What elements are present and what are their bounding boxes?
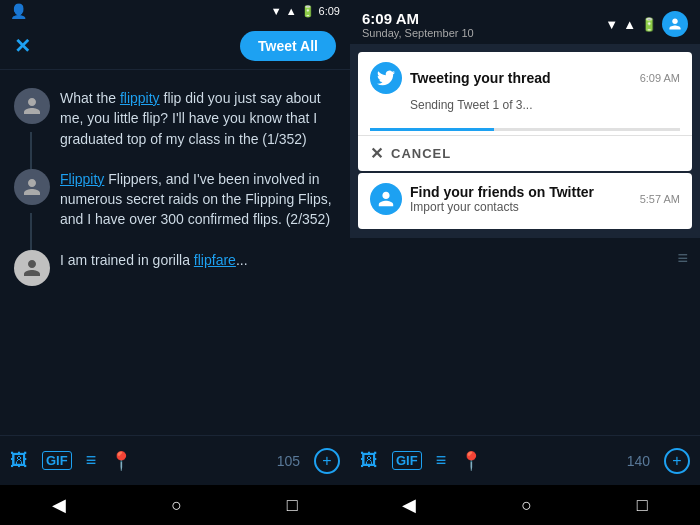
- wifi-icon-left: ▼: [271, 5, 282, 17]
- back-button-right[interactable]: ◀: [402, 494, 416, 516]
- cancel-x-icon: ✕: [370, 144, 383, 163]
- highlight-flipfare: flipfare: [194, 252, 236, 268]
- notifications-area: Tweeting your thread 6:09 AM Sending Twe…: [350, 44, 700, 238]
- tweets-list: What the flippity flip did you just say …: [0, 70, 350, 435]
- notif-tweet-header: Tweeting your thread 6:09 AM: [370, 62, 680, 94]
- tweet-text-2: Flippity Flippers, and I've been involve…: [60, 169, 336, 230]
- tweet-all-button[interactable]: Tweet All: [240, 31, 336, 61]
- square-button-left[interactable]: □: [287, 495, 298, 516]
- status-time-right: 6:09 AM: [362, 10, 474, 27]
- gif-icon-right[interactable]: GIF: [392, 451, 422, 470]
- top-bar-left: ✕ Tweet All: [0, 22, 350, 70]
- notif-friends-title: Find your friends on Twitter: [410, 184, 632, 200]
- status-bar-left: 👤 ▼ ▲ 🔋 6:09: [0, 0, 350, 22]
- progress-bar-container: [370, 128, 680, 131]
- signal-icon-right: ▲: [623, 17, 636, 32]
- tweet-item: What the flippity flip did you just say …: [0, 78, 350, 159]
- battery-icon-right: 🔋: [641, 17, 657, 32]
- cancel-row[interactable]: ✕ CANCEL: [358, 135, 692, 171]
- char-count-right: 140: [627, 453, 650, 469]
- back-button-left[interactable]: ◀: [52, 494, 66, 516]
- hamburger-icon[interactable]: ≡: [677, 248, 688, 269]
- notif-tweet-title-area: Tweeting your thread: [410, 70, 632, 86]
- square-button-right[interactable]: □: [637, 495, 648, 516]
- bottom-toolbar-right: 🖼 GIF ≡ 📍 140 +: [350, 435, 700, 485]
- notif-friends-time: 5:57 AM: [640, 193, 680, 205]
- highlight-flippity-1: flippity: [120, 90, 160, 106]
- notif-tweet-title: Tweeting your thread: [410, 70, 632, 86]
- status-right-icons: ▼ ▲ 🔋 6:09: [271, 5, 340, 18]
- notif-friends-header: Find your friends on Twitter Import your…: [370, 183, 680, 215]
- char-count-left: 105: [277, 453, 300, 469]
- avatar-2: [14, 169, 50, 205]
- friends-notification-card: Find your friends on Twitter Import your…: [358, 173, 692, 229]
- add-button-left[interactable]: +: [314, 448, 340, 474]
- right-bottom-area: ≡: [350, 238, 700, 436]
- battery-icon-left: 🔋: [301, 5, 315, 18]
- gif-icon-left[interactable]: GIF: [42, 451, 72, 470]
- friends-avatar-icon: [370, 183, 402, 215]
- notif-tweet-subtitle: Sending Tweet 1 of 3...: [370, 98, 680, 114]
- notif-friends-subtitle: Import your contacts: [410, 200, 632, 214]
- twitter-bird-icon: [370, 62, 402, 94]
- cancel-label: CANCEL: [391, 146, 451, 161]
- user-avatar-right: [662, 11, 688, 37]
- avatar-1: [14, 88, 50, 124]
- nav-bar-right: ◀ ○ □: [350, 485, 700, 525]
- time-left: 6:09: [319, 5, 340, 17]
- left-panel: 👤 ▼ ▲ 🔋 6:09 ✕ Tweet All What the flippi…: [0, 0, 350, 525]
- tweet-item-3: I am trained in gorilla flipfare...: [0, 240, 350, 296]
- location-icon-right[interactable]: 📍: [460, 450, 482, 472]
- tweet-item-2: Flippity Flippers, and I've been involve…: [0, 159, 350, 240]
- notif-tweet-time: 6:09 AM: [640, 72, 680, 84]
- tweet-notification-card: Tweeting your thread 6:09 AM Sending Twe…: [358, 52, 692, 171]
- bottom-toolbar-left: 🖼 GIF ≡ 📍 105 +: [0, 435, 350, 485]
- status-bar-right: 6:09 AM Sunday, September 10 ▼ ▲ 🔋: [350, 0, 700, 44]
- notif-friends-area: Find your friends on Twitter Import your…: [358, 173, 692, 229]
- add-button-right[interactable]: +: [664, 448, 690, 474]
- list-icon-left[interactable]: ≡: [86, 450, 97, 471]
- notif-friends-title-area: Find your friends on Twitter Import your…: [410, 184, 632, 214]
- home-button-right[interactable]: ○: [521, 495, 532, 516]
- image-icon-right[interactable]: 🖼: [360, 450, 378, 471]
- person-icon: 👤: [10, 3, 27, 19]
- progress-bar-fill: [370, 128, 494, 131]
- tweet-text-1: What the flippity flip did you just say …: [60, 88, 336, 149]
- highlight-flippity-2: Flippity: [60, 171, 104, 187]
- nav-bar-left: ◀ ○ □: [0, 485, 350, 525]
- close-button[interactable]: ✕: [14, 34, 31, 58]
- wifi-icon-right: ▼: [605, 17, 618, 32]
- list-icon-right[interactable]: ≡: [436, 450, 447, 471]
- home-button-left[interactable]: ○: [171, 495, 182, 516]
- avatar-3: [14, 250, 50, 286]
- status-date-right: Sunday, September 10: [362, 27, 474, 39]
- location-icon-left[interactable]: 📍: [110, 450, 132, 472]
- status-time-col: 6:09 AM Sunday, September 10: [362, 10, 474, 39]
- right-panel: 6:09 AM Sunday, September 10 ▼ ▲ 🔋 Tweet…: [350, 0, 700, 525]
- signal-icon-left: ▲: [286, 5, 297, 17]
- image-icon-left[interactable]: 🖼: [10, 450, 28, 471]
- notif-tweet-area: Tweeting your thread 6:09 AM Sending Twe…: [358, 52, 692, 124]
- status-right-icons-right: ▼ ▲ 🔋: [605, 11, 688, 37]
- tweet-text-3: I am trained in gorilla flipfare...: [60, 250, 336, 270]
